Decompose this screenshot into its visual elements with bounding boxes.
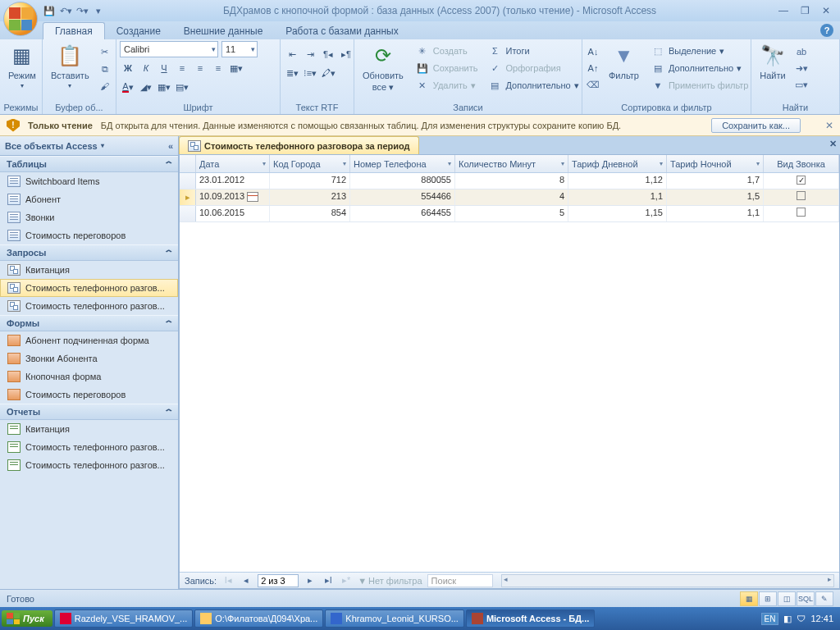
sql-view-icon[interactable]: SQL <box>797 591 815 606</box>
filter-button[interactable]: ▼Фильтр <box>604 41 644 82</box>
more[interactable]: ▤Дополнительно ▾ <box>484 77 582 94</box>
grid-body[interactable]: 23.01.2012 712 880055 8 1,12 1,7 ▸ 10.09… <box>180 173 839 572</box>
prev-record-icon[interactable]: ◂ <box>240 575 253 586</box>
first-record-icon[interactable]: I◂ <box>221 575 235 586</box>
calendar-icon[interactable] <box>247 192 258 202</box>
sort-asc-icon[interactable]: A↓ <box>586 44 600 59</box>
align-left-icon[interactable]: ≡ <box>174 60 190 76</box>
nav-table-cost[interactable]: Стоимость переговоров <box>0 226 178 244</box>
language-indicator[interactable]: EN <box>761 613 779 625</box>
record-position[interactable] <box>258 574 299 587</box>
bold-button[interactable]: Ж <box>120 60 136 76</box>
fontsize-combo[interactable]: 11 <box>221 41 258 57</box>
nav-collapse-icon[interactable]: « <box>168 141 173 151</box>
tab-external[interactable]: Внешние данные <box>172 23 275 39</box>
new-record[interactable]: ✳Создать <box>412 43 482 59</box>
help-icon[interactable]: ? <box>820 24 833 37</box>
row-selector[interactable] <box>180 173 196 189</box>
taskbar-item[interactable]: Khramov_Leonid_KURSO... <box>325 609 464 628</box>
new-record-icon[interactable]: ▸* <box>340 575 353 586</box>
indent-dec-icon[interactable]: ⇤ <box>284 46 300 62</box>
close-button[interactable]: ✕ <box>817 4 835 17</box>
nav-header[interactable]: Все объекты Access▾« <box>0 136 178 156</box>
bullets-icon[interactable]: ≣▾ <box>284 65 300 81</box>
hscrollbar[interactable] <box>501 574 834 587</box>
nav-query-kv[interactable]: Квитанция <box>0 261 178 279</box>
replace-icon[interactable]: ab <box>794 44 809 59</box>
design-view-icon[interactable]: ✎ <box>815 591 833 606</box>
find-button[interactable]: 🔭Найти <box>755 41 791 82</box>
col-phone[interactable]: Номер Телефона▾ <box>350 155 455 172</box>
nav-report-2[interactable]: Стоимость телефонного разгов... <box>0 456 178 474</box>
start-button[interactable]: Пуск <box>2 610 52 627</box>
tab-create[interactable]: Создание <box>105 23 172 39</box>
nav-table-switchboard[interactable]: Switchboard Items <box>0 172 178 190</box>
italic-button[interactable]: К <box>138 60 154 76</box>
underline-button[interactable]: Ч <box>156 60 172 76</box>
qat-more-icon[interactable]: ▾ <box>92 4 105 17</box>
minimize-button[interactable]: — <box>774 4 792 17</box>
format-painter-icon[interactable]: 🖌 <box>98 79 112 94</box>
gridlines2-icon[interactable]: ▦▾ <box>156 79 172 95</box>
goto-icon[interactable]: ➜▾ <box>794 61 809 75</box>
filter-indicator[interactable]: ▼Нет фильтра <box>358 576 422 586</box>
col-dayrate[interactable]: Тариф Дневной▾ <box>568 155 667 172</box>
office-button[interactable] <box>3 2 38 36</box>
nav-form-2[interactable]: Кнопочная форма <box>0 368 178 386</box>
doc-tab[interactable]: Стоимость телефонного разговора за перио… <box>179 136 419 154</box>
nav-form-1[interactable]: Звонки Абонента <box>0 349 178 368</box>
datasheet-view-icon[interactable]: ▦ <box>740 591 758 606</box>
nav-form-0[interactable]: Абонент подчиненная форма <box>0 331 178 349</box>
font-combo[interactable]: Calibri <box>120 41 218 57</box>
toggle-filter[interactable]: ▼Применить фильтр <box>647 77 752 94</box>
cut-icon[interactable]: ✂ <box>98 44 112 59</box>
indent-inc-icon[interactable]: ⇥ <box>302 46 318 62</box>
taskbar-item[interactable]: Razdely_VSE_HRAMOV_... <box>54 609 194 628</box>
table-row[interactable]: 10.06.2015 854 664455 5 1,15 1,1 <box>180 206 839 222</box>
altrow-icon[interactable]: ▤▾ <box>174 79 190 95</box>
ltr-icon[interactable]: ¶◂ <box>320 46 336 62</box>
pivottable-view-icon[interactable]: ⊞ <box>759 591 777 606</box>
msgbar-close-icon[interactable]: ✕ <box>825 120 833 131</box>
copy-icon[interactable]: ⧉ <box>98 62 112 76</box>
nav-table-zvonki[interactable]: Звонки <box>0 208 178 226</box>
align-center-icon[interactable]: ≡ <box>192 60 208 76</box>
nav-query-cost2[interactable]: Стоимость телефонного разгов... <box>0 297 178 315</box>
paste-button[interactable]: 📋Вставить▾ <box>46 41 94 91</box>
clear-sort-icon[interactable]: ⌫ <box>586 77 600 92</box>
saveas-button[interactable]: Сохранить как... <box>711 118 801 133</box>
view-button[interactable]: ▦Режим▾ <box>3 41 41 91</box>
spelling[interactable]: ✓Орфография <box>484 60 582 76</box>
clock[interactable]: 12:41 <box>810 614 833 623</box>
numbering-icon[interactable]: ⁝≡▾ <box>302 65 318 81</box>
next-record-icon[interactable]: ▸ <box>304 575 317 586</box>
delete-record[interactable]: ✕Удалить ▾ <box>412 77 482 94</box>
fontcolor-icon[interactable]: A▾ <box>120 79 136 95</box>
select-icon[interactable]: ▭▾ <box>794 77 809 92</box>
totals[interactable]: ΣИтоги <box>484 43 582 59</box>
tray-icon[interactable]: ◧ <box>783 614 792 624</box>
select-all[interactable] <box>180 155 196 172</box>
rtl-icon[interactable]: ▸¶ <box>338 46 354 62</box>
nav-query-cost1[interactable]: Стоимость телефонного разгов... <box>0 279 178 297</box>
nav-cat-forms[interactable]: Формы <box>0 315 178 331</box>
table-row[interactable]: 23.01.2012 712 880055 8 1,12 1,7 <box>180 173 839 189</box>
tab-home[interactable]: Главная <box>43 22 105 39</box>
undo-icon[interactable]: ↶▾ <box>59 4 72 17</box>
redo-icon[interactable]: ↷▾ <box>75 4 89 17</box>
tray-icon[interactable]: 🛡 <box>797 614 806 623</box>
sort-desc-icon[interactable]: A↑ <box>586 61 600 75</box>
nav-cat-queries[interactable]: Запросы <box>0 244 178 261</box>
nav-report-0[interactable]: Квитанция <box>0 420 178 438</box>
tab-dbtools[interactable]: Работа с базами данных <box>274 23 409 39</box>
col-city[interactable]: Код Города▾ <box>270 155 350 172</box>
row-selector[interactable]: ▸ <box>180 189 196 205</box>
nav-table-abonent[interactable]: Абонент <box>0 190 178 208</box>
col-nightrate[interactable]: Тариф Ночной▾ <box>667 155 764 172</box>
gridlines-icon[interactable]: ▦▾ <box>228 60 244 76</box>
fillcolor-icon[interactable]: ◢▾ <box>138 79 154 95</box>
doc-close-icon[interactable]: ✕ <box>825 136 840 154</box>
nav-cat-reports[interactable]: Отчеты <box>0 404 178 420</box>
nav-report-1[interactable]: Стоимость телефонного разгов... <box>0 438 178 456</box>
taskbar-item[interactable]: O:\Филатова\Д094\Хра... <box>194 609 323 628</box>
